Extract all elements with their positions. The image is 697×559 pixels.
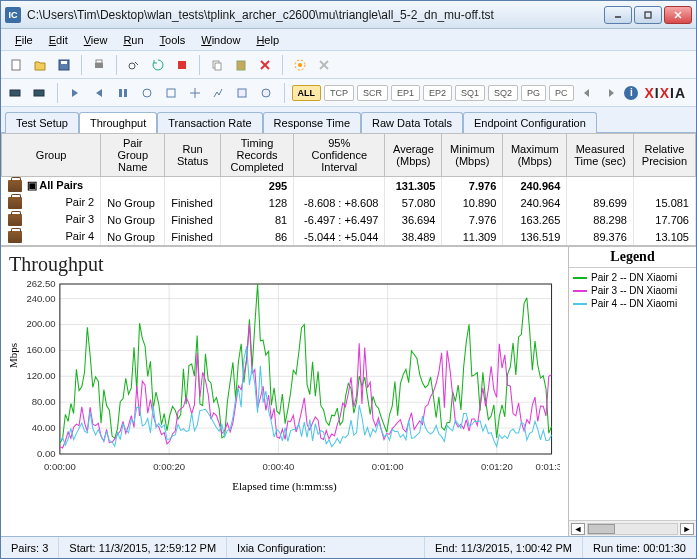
svg-rect-13 <box>237 61 245 70</box>
settings-icon[interactable] <box>289 54 311 76</box>
chart-plot[interactable]: Mbps 262.50240.00200.00160.00120.0080.00… <box>9 278 560 478</box>
summary-min: 7.976 <box>442 177 503 195</box>
chart-xlabel: Elapsed time (h:mm:ss) <box>9 480 560 492</box>
legend-item[interactable]: Pair 4 -- DN Xiaomi <box>573 298 692 309</box>
run-icon[interactable] <box>123 54 145 76</box>
table-row[interactable]: Pair 3 No GroupFinished81-6.497 : +6.497… <box>2 211 696 228</box>
nav7-icon[interactable] <box>208 82 229 104</box>
maximize-button[interactable] <box>634 6 662 24</box>
tab-endpoint-configuration[interactable]: Endpoint Configuration <box>463 112 597 133</box>
nav2-icon[interactable] <box>89 82 110 104</box>
mode-pc[interactable]: PC <box>549 85 574 101</box>
arrow-left-icon[interactable] <box>577 82 598 104</box>
toolbar-modes: ALL TCP SCR EP1 EP2 SQ1 SQ2 PG PC i XIXI… <box>1 79 696 107</box>
separator-icon <box>282 55 283 75</box>
delete-icon[interactable] <box>254 54 276 76</box>
table-summary-row[interactable]: ▣ All Pairs 295 131.305 7.976 240.964 <box>2 177 696 195</box>
scroll-left-icon[interactable]: ◄ <box>571 523 585 535</box>
nav6-icon[interactable] <box>184 82 205 104</box>
nav5-icon[interactable] <box>160 82 181 104</box>
scroll-track[interactable] <box>587 523 678 535</box>
summary-avg: 131.305 <box>385 177 442 195</box>
status-config: Ixia Configuration: <box>227 537 425 558</box>
app-icon: IC <box>5 7 21 23</box>
svg-rect-23 <box>124 89 127 97</box>
tab-raw-data-totals[interactable]: Raw Data Totals <box>361 112 463 133</box>
menu-run[interactable]: Run <box>115 32 151 48</box>
info-icon[interactable]: i <box>624 86 638 100</box>
menu-help[interactable]: Help <box>248 32 287 48</box>
mode-ep1[interactable]: EP1 <box>391 85 420 101</box>
tab-transaction-rate[interactable]: Transaction Rate <box>157 112 262 133</box>
svg-text:0:01:00: 0:01:00 <box>372 463 404 473</box>
close-button[interactable] <box>664 6 692 24</box>
brand-area: i XIXIA <box>624 85 692 101</box>
svg-rect-12 <box>215 63 221 70</box>
tab-response-time[interactable]: Response Time <box>263 112 361 133</box>
nav8-icon[interactable] <box>232 82 253 104</box>
chart-panel: Throughput Mbps 262.50240.00200.00160.00… <box>1 247 568 536</box>
brand-logo: XIXIA <box>644 85 686 101</box>
table-row[interactable]: Pair 4 No GroupFinished86-5.044 : +5.044… <box>2 228 696 245</box>
save-icon[interactable] <box>53 54 75 76</box>
menu-tools[interactable]: Tools <box>152 32 194 48</box>
legend-item[interactable]: Pair 3 -- DN Xiaomi <box>573 285 692 296</box>
device1-icon[interactable] <box>5 82 26 104</box>
title-bar[interactable]: IC C:\Users\Tim\Desktop\wlan_tests\tplin… <box>1 1 696 29</box>
col-group[interactable]: Group <box>2 134 101 177</box>
open-icon[interactable] <box>29 54 51 76</box>
stop-icon[interactable] <box>171 54 193 76</box>
scroll-right-icon[interactable]: ► <box>680 523 694 535</box>
chart-ylabel: Mbps <box>7 343 19 368</box>
print-icon[interactable] <box>88 54 110 76</box>
mode-scr[interactable]: SCR <box>357 85 388 101</box>
mode-sq2[interactable]: SQ2 <box>488 85 518 101</box>
svg-text:0:01:30: 0:01:30 <box>536 463 560 473</box>
col-max[interactable]: Maximum (Mbps) <box>503 134 567 177</box>
mode-tcp[interactable]: TCP <box>324 85 354 101</box>
legend-scrollbar[interactable]: ◄ ► <box>569 520 696 536</box>
nav9-icon[interactable] <box>256 82 277 104</box>
col-ci[interactable]: 95% Confidence Interval <box>294 134 385 177</box>
device2-icon[interactable] <box>29 82 50 104</box>
menu-bar: File Edit View Run Tools Window Help <box>1 29 696 51</box>
status-runtime: Run time: 00:01:30 <box>583 537 696 558</box>
chart-area: Throughput Mbps 262.50240.00200.00160.00… <box>1 246 696 536</box>
col-prec[interactable]: Relative Precision <box>633 134 695 177</box>
nav4-icon[interactable] <box>136 82 157 104</box>
col-avg[interactable]: Average (Mbps) <box>385 134 442 177</box>
svg-text:0:00:00: 0:00:00 <box>44 463 76 473</box>
mode-pg[interactable]: PG <box>521 85 546 101</box>
nodelete-icon[interactable] <box>313 54 335 76</box>
menu-window[interactable]: Window <box>193 32 248 48</box>
status-pairs: Pairs: 3 <box>1 537 59 558</box>
col-min[interactable]: Minimum (Mbps) <box>442 134 503 177</box>
col-time[interactable]: Measured Time (sec) <box>567 134 634 177</box>
mode-all[interactable]: ALL <box>292 85 322 101</box>
cycle-icon[interactable] <box>147 54 169 76</box>
minimize-button[interactable] <box>604 6 632 24</box>
scroll-thumb[interactable] <box>588 524 615 534</box>
menu-view[interactable]: View <box>76 32 116 48</box>
table-row[interactable]: Pair 2 No GroupFinished128-8.608 : +8.60… <box>2 194 696 211</box>
col-timing[interactable]: Timing Records Completed <box>220 134 293 177</box>
new-icon[interactable] <box>5 54 27 76</box>
svg-text:40.00: 40.00 <box>32 424 56 434</box>
separator-icon <box>81 55 82 75</box>
copy-icon[interactable] <box>206 54 228 76</box>
mode-ep2[interactable]: EP2 <box>423 85 452 101</box>
col-pair-group[interactable]: Pair Group Name <box>101 134 165 177</box>
mode-sq1[interactable]: SQ1 <box>455 85 485 101</box>
arrow-right-icon[interactable] <box>600 82 621 104</box>
nav1-icon[interactable] <box>65 82 86 104</box>
svg-rect-7 <box>95 63 103 68</box>
nav3-icon[interactable] <box>112 82 133 104</box>
tab-throughput[interactable]: Throughput <box>79 112 157 133</box>
tab-test-setup[interactable]: Test Setup <box>5 112 79 133</box>
col-run-status[interactable]: Run Status <box>165 134 221 177</box>
legend-item[interactable]: Pair 2 -- DN Xiaomi <box>573 272 692 283</box>
paste-icon[interactable] <box>230 54 252 76</box>
svg-point-9 <box>129 63 135 69</box>
menu-file[interactable]: File <box>7 32 41 48</box>
menu-edit[interactable]: Edit <box>41 32 76 48</box>
